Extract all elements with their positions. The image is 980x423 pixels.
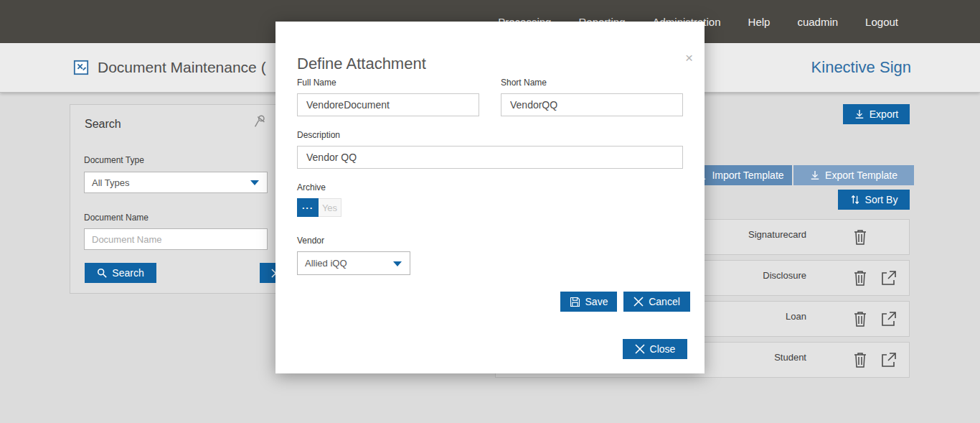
chevron-down-icon: [392, 260, 402, 267]
search-panel-title: Search: [85, 118, 121, 131]
search-button-label: Search: [112, 267, 143, 279]
trash-icon[interactable]: [853, 228, 867, 246]
document-name: Student: [774, 352, 806, 363]
document-type-dropdown[interactable]: All Types: [84, 172, 268, 193]
description-label: Description: [297, 130, 340, 140]
trash-icon[interactable]: [853, 350, 867, 369]
export-template-icon: [810, 170, 820, 180]
export-button-label: Export: [870, 108, 898, 120]
document-type-value: All Types: [92, 177, 130, 188]
import-template-label: Import Template: [712, 169, 783, 181]
trash-icon[interactable]: [853, 269, 867, 287]
vendor-value: Allied iQQ: [305, 258, 347, 269]
short-name-label: Short Name: [501, 78, 547, 88]
document-name-input[interactable]: [84, 228, 268, 250]
pin-icon[interactable]: [252, 113, 268, 129]
close-button[interactable]: Close: [623, 339, 687, 359]
chevron-down-icon: [250, 179, 260, 186]
cancel-button-label: Cancel: [649, 296, 680, 307]
open-external-icon[interactable]: [880, 351, 897, 368]
close-button-label: Close: [650, 343, 676, 355]
save-button[interactable]: Save: [560, 292, 617, 312]
short-name-input[interactable]: [501, 93, 683, 116]
search-panel: Search Document Type All Types Document …: [70, 104, 280, 294]
define-attachment-dialog: Define Attachment × Full Name Short Name…: [275, 22, 705, 373]
description-input[interactable]: [297, 146, 683, 169]
cancel-button[interactable]: Cancel: [623, 292, 690, 312]
archive-toggle[interactable]: ··· Yes: [297, 198, 341, 217]
trash-icon[interactable]: [853, 310, 867, 328]
cancel-icon: [633, 297, 644, 307]
archive-toggle-knob: ···: [297, 198, 319, 217]
full-name-input[interactable]: [297, 93, 479, 116]
full-name-label: Full Name: [297, 78, 336, 88]
document-type-label: Document Type: [84, 155, 144, 165]
vendor-dropdown[interactable]: Allied iQQ: [297, 251, 410, 275]
brand-title: Kinective Sign: [811, 58, 911, 77]
document-sign-icon: [73, 60, 89, 75]
document-name-label: Document Name: [84, 213, 149, 223]
close-button-icon: [635, 344, 645, 354]
archive-toggle-yes-label: Yes: [319, 198, 341, 217]
document-name: Signaturecard: [748, 229, 806, 240]
open-external-icon[interactable]: [880, 269, 897, 287]
search-button[interactable]: Search: [85, 263, 156, 283]
document-name: Loan: [786, 311, 806, 322]
nav-cuadmin[interactable]: cuadmin: [797, 16, 838, 28]
export-icon: [854, 109, 864, 119]
search-icon: [97, 268, 107, 278]
export-button[interactable]: Export: [843, 104, 910, 124]
save-icon: [570, 297, 580, 307]
open-external-icon[interactable]: [880, 310, 897, 327]
archive-label: Archive: [297, 182, 326, 192]
nav-logout[interactable]: Logout: [865, 16, 898, 28]
nav-help[interactable]: Help: [748, 16, 771, 28]
page-title: Document Maintenance (: [98, 59, 266, 76]
vendor-label: Vendor: [297, 236, 324, 246]
export-template-label: Export Template: [825, 169, 897, 181]
dialog-title: Define Attachment: [297, 55, 426, 73]
close-icon[interactable]: ×: [685, 50, 693, 66]
export-template-button[interactable]: Export Template: [793, 165, 914, 185]
sort-by-label: Sort By: [865, 194, 898, 205]
sort-icon: [850, 195, 860, 205]
document-name: Disclosure: [763, 270, 806, 281]
save-button-label: Save: [585, 296, 608, 307]
sort-by-button[interactable]: Sort By: [838, 190, 910, 210]
